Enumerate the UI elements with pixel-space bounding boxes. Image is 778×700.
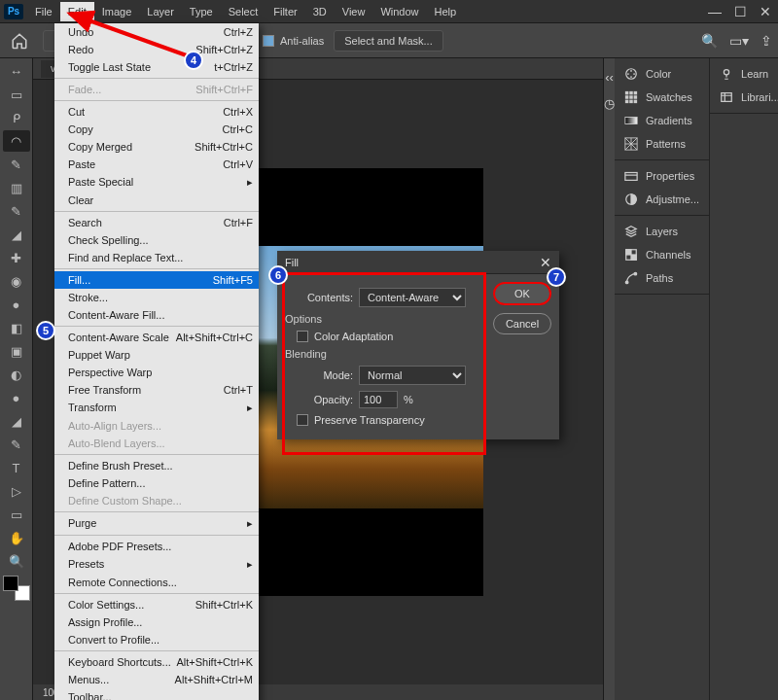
- menu-item-cut[interactable]: CutCtrl+X: [54, 103, 259, 121]
- menu-item-perspective-warp[interactable]: Perspective Warp: [54, 364, 259, 381]
- home-button[interactable]: [6, 27, 33, 54]
- tool-9[interactable]: ◉: [3, 270, 30, 292]
- panel-layers[interactable]: Layers: [615, 220, 709, 243]
- preserve-transparency-checkbox[interactable]: Preserve Transparency: [297, 414, 487, 426]
- opacity-input[interactable]: [359, 391, 398, 408]
- dialog-close-icon[interactable]: ✕: [540, 255, 551, 270]
- panel-channels[interactable]: Channels: [615, 243, 709, 266]
- menu-item-keyboard-shortcuts---[interactable]: Keyboard Shortcuts...Alt+Shift+Ctrl+K: [54, 653, 259, 671]
- tool-19[interactable]: ▭: [3, 504, 30, 525]
- tool-4[interactable]: ✎: [3, 154, 30, 175]
- menu-item-find-and-replace-text---[interactable]: Find and Replace Text...: [54, 249, 259, 266]
- fg-bg-swatch[interactable]: [3, 576, 30, 601]
- menu-item-define-pattern---[interactable]: Define Pattern...: [54, 474, 259, 492]
- menu-item-define-brush-preset---[interactable]: Define Brush Preset...: [54, 457, 259, 474]
- tool-8[interactable]: ✚: [3, 247, 30, 268]
- tool-17[interactable]: T: [3, 457, 30, 478]
- menu-item-free-transform[interactable]: Free TransformCtrl+T: [54, 381, 259, 399]
- menu-3d[interactable]: 3D: [305, 2, 335, 21]
- tool-2[interactable]: ᑭ: [3, 107, 30, 128]
- tool-15[interactable]: ◢: [3, 410, 30, 432]
- menu-item-remote-connections---[interactable]: Remote Connections...: [54, 574, 259, 591]
- menu-item-check-spelling---[interactable]: Check Spelling...: [54, 231, 259, 249]
- cancel-button[interactable]: Cancel: [493, 313, 551, 334]
- menu-item-adobe-pdf-presets---[interactable]: Adobe PDF Presets...: [54, 538, 259, 555]
- menu-view[interactable]: View: [335, 2, 373, 21]
- tool-6[interactable]: ✎: [3, 200, 30, 222]
- panel-gradients[interactable]: Gradients: [615, 109, 709, 132]
- menu-select[interactable]: Select: [221, 2, 266, 21]
- tool-20[interactable]: ✋: [3, 527, 30, 548]
- svg-rect-9: [629, 95, 633, 99]
- menu-item-transform[interactable]: Transform▸: [54, 399, 259, 417]
- menu-item-paste[interactable]: PasteCtrl+V: [54, 156, 259, 173]
- tool-21[interactable]: 🔍: [3, 550, 30, 572]
- tool-10[interactable]: ●: [3, 294, 30, 315]
- mode-select[interactable]: Normal: [359, 366, 466, 385]
- menu-item-purge[interactable]: Purge▸: [54, 514, 259, 533]
- ok-button[interactable]: OK: [493, 282, 551, 305]
- tool-14[interactable]: ●: [3, 387, 30, 408]
- menu-file[interactable]: File: [27, 2, 60, 21]
- close-button[interactable]: ✕: [753, 0, 778, 23]
- tool-13[interactable]: ◐: [3, 364, 30, 385]
- menu-item-clear[interactable]: Clear: [54, 192, 259, 209]
- search-icon[interactable]: 🔍: [701, 33, 718, 49]
- color-adaptation-checkbox[interactable]: Color Adaptation: [297, 331, 487, 342]
- menu-item-color-settings---[interactable]: Color Settings...Shift+Ctrl+K: [54, 596, 259, 613]
- menu-item-convert-to-profile---[interactable]: Convert to Profile...: [54, 631, 259, 648]
- panel-color[interactable]: Color: [615, 62, 709, 86]
- menu-item-fade---: Fade...Shift+Ctrl+F: [54, 81, 259, 98]
- menu-item-presets[interactable]: Presets▸: [54, 555, 259, 574]
- gradients-icon: [624, 114, 638, 127]
- menu-item-content-aware-fill---[interactable]: Content-Aware Fill...: [54, 306, 259, 324]
- menu-item-menus---[interactable]: Menus...Alt+Shift+Ctrl+M: [54, 671, 259, 688]
- panel-patterns[interactable]: Patterns: [615, 132, 709, 156]
- svg-point-23: [724, 70, 728, 75]
- tool-7[interactable]: ◢: [3, 224, 30, 245]
- menu-item-content-aware-scale[interactable]: Content-Aware ScaleAlt+Shift+Ctrl+C: [54, 329, 259, 346]
- fg-color[interactable]: [3, 576, 18, 591]
- panel-swatches[interactable]: Swatches: [615, 86, 709, 109]
- share-icon[interactable]: ⇪: [760, 33, 772, 49]
- panel-paths[interactable]: Paths: [615, 266, 709, 290]
- menu-help[interactable]: Help: [427, 2, 465, 21]
- select-and-mask-button[interactable]: Select and Mask...: [334, 30, 443, 52]
- tool-5[interactable]: ▥: [3, 177, 30, 198]
- tool-11[interactable]: ◧: [3, 317, 30, 338]
- menu-item-stroke---[interactable]: Stroke...: [54, 289, 259, 306]
- minimize-button[interactable]: —: [702, 0, 727, 23]
- maximize-button[interactable]: ☐: [727, 0, 753, 23]
- menu-item-assign-profile---[interactable]: Assign Profile...: [54, 613, 259, 631]
- panel-properties[interactable]: Properties: [615, 164, 709, 188]
- tool-16[interactable]: ✎: [3, 434, 30, 455]
- panel-label: Librari...: [741, 91, 778, 103]
- tool-12[interactable]: ▣: [3, 340, 30, 362]
- options-section-label: Options: [285, 313, 487, 325]
- contents-select[interactable]: Content-Aware: [359, 288, 466, 307]
- panel-stack: ColorSwatchesGradientsPatternsProperties…: [615, 58, 778, 700]
- tool-0[interactable]: ↔: [3, 60, 30, 82]
- panel-learn[interactable]: Learn: [710, 62, 778, 86]
- learn-icon: [720, 67, 733, 81]
- menu-filter[interactable]: Filter: [265, 2, 304, 21]
- tool-18[interactable]: ▷: [3, 480, 30, 502]
- panel-librari[interactable]: Librari...: [710, 86, 778, 109]
- dialog-titlebar[interactable]: Fill ✕: [277, 251, 559, 274]
- menu-item-copy-merged[interactable]: Copy MergedShift+Ctrl+C: [54, 138, 259, 156]
- menu-item-paste-special[interactable]: Paste Special▸: [54, 173, 259, 192]
- workspace-icon[interactable]: ▭▾: [729, 33, 749, 49]
- tool-1[interactable]: ▭: [3, 84, 30, 105]
- history-icon[interactable]: ◷: [604, 96, 615, 111]
- menu-item-fill---[interactable]: Fill...Shift+F5: [54, 271, 259, 289]
- menu-item-copy[interactable]: CopyCtrl+C: [54, 121, 259, 138]
- adjust-icon: [624, 192, 638, 206]
- panel-adjustme[interactable]: Adjustme...: [615, 188, 709, 211]
- menu-item-puppet-warp[interactable]: Puppet Warp: [54, 346, 259, 364]
- menu-window[interactable]: Window: [372, 2, 426, 21]
- collapse-toggle-icon[interactable]: ‹‹: [605, 70, 614, 85]
- antialias-checkbox[interactable]: Anti-alias: [263, 35, 324, 47]
- menu-item-toolbar---[interactable]: Toolbar...: [54, 688, 259, 700]
- tool-3[interactable]: ◠: [3, 130, 30, 152]
- menu-item-search[interactable]: SearchCtrl+F: [54, 214, 259, 231]
